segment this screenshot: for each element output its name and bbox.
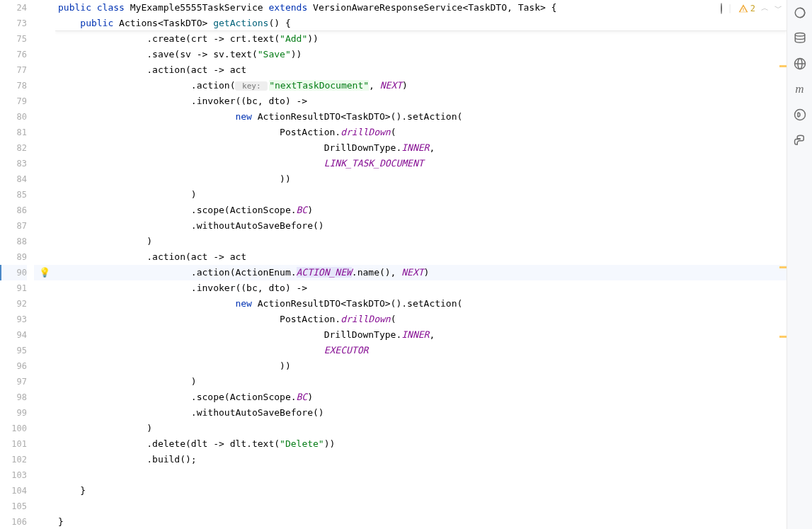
line-number[interactable]: 96 — [0, 358, 27, 374]
code-line: )) — [55, 358, 787, 374]
code-line: .delete(dlt -> dlt.text("Delete")) — [55, 436, 787, 452]
line-number[interactable]: 94 — [0, 327, 27, 343]
no-problems-icon[interactable] — [721, 4, 722, 13]
line-number[interactable]: 91 — [0, 280, 27, 296]
code-line-current: .action(ActionEnum.ACTION_NEW.name(), NE… — [55, 265, 787, 280]
line-number[interactable]: 85 — [0, 187, 27, 203]
sticky-line-num: 24 — [0, 0, 27, 16]
warning-marker[interactable] — [779, 65, 787, 67]
intention-bulb-icon[interactable]: 💡 — [39, 267, 50, 278]
code-line: ) — [55, 421, 787, 436]
code-line: LINK_TASK_DOCUMENT — [55, 156, 787, 171]
line-number[interactable]: 103 — [0, 467, 27, 483]
line-number[interactable]: 102 — [0, 452, 27, 467]
code-lines[interactable]: .create(crt -> crt.text("Add")) .save(sv… — [55, 31, 787, 529]
line-number[interactable]: 88 — [0, 234, 27, 249]
code-line: .withoutAutoSaveBefore() — [55, 405, 787, 421]
line-number[interactable]: 95 — [0, 343, 27, 358]
code-line: .invoker((bc, dto) -> — [55, 93, 787, 109]
line-number[interactable]: 77 — [0, 62, 27, 78]
code-line: new ActionResultDTO<TaskDTO>().setAction… — [55, 109, 787, 125]
code-line: )) — [55, 171, 787, 187]
line-number[interactable]: 101 — [0, 436, 27, 452]
code-line: } — [55, 483, 787, 499]
ai-assistant-icon[interactable] — [793, 6, 807, 20]
code-line: PostAction.drillDown( — [55, 125, 787, 140]
sticky-class-line[interactable]: public class MyExample5555TaskService ex… — [55, 0, 787, 16]
code-line: .save(sv -> sv.text("Save")) — [55, 47, 787, 62]
next-highlight-icon[interactable]: ﹀ — [774, 3, 782, 13]
code-line: .action( key: "nextTaskDocument", NEXT) — [55, 78, 787, 93]
line-number[interactable]: 75 — [0, 31, 27, 47]
line-number[interactable]: 86 — [0, 203, 27, 218]
code-line: .scope(ActionScope.BC) — [55, 389, 787, 405]
warnings-badge[interactable]: 2 — [738, 4, 755, 13]
sticky-method-line[interactable]: public Actions<TaskDTO> getActions() { — [55, 16, 787, 31]
code-line: .create(crt -> crt.text("Add")) — [55, 31, 787, 47]
code-line: ) — [55, 374, 787, 389]
code-line: .action(act -> act — [55, 249, 787, 265]
line-number[interactable]: 105 — [0, 499, 27, 514]
line-number[interactable]: 104 — [0, 483, 27, 499]
line-number-gutter: 24 73 75 76 77 78 79 80 81 82 83 84 85 8… — [0, 0, 34, 529]
line-number[interactable]: 106 — [0, 514, 27, 529]
line-number[interactable]: 79 — [0, 93, 27, 109]
code-line: DrillDownType.INNER, — [55, 327, 787, 343]
line-number[interactable]: 80 — [0, 109, 27, 125]
code-editor[interactable]: public class MyExample5555TaskService ex… — [55, 0, 787, 529]
code-line: EXECUTOR — [55, 343, 787, 358]
code-line — [55, 467, 787, 483]
code-line: .build(); — [55, 452, 787, 467]
code-line: PostAction.drillDown( — [55, 312, 787, 327]
code-line: DrillDownType.INNER, — [55, 140, 787, 156]
code-line — [55, 499, 787, 514]
line-number[interactable]: 89 — [0, 249, 27, 265]
code-line: ) — [55, 187, 787, 203]
docs-icon[interactable] — [793, 108, 807, 122]
code-line: new ActionResultDTO<TaskDTO>().setAction… — [55, 296, 787, 312]
right-toolbar: m — [787, 0, 812, 529]
code-line: .invoker((bc, dto) -> — [55, 280, 787, 296]
line-number[interactable]: 83 — [0, 156, 27, 171]
hint-gutter: 💡 — [34, 0, 55, 529]
line-number[interactable]: 100 — [0, 421, 27, 436]
database-icon[interactable] — [793, 31, 807, 45]
line-number[interactable]: 98 — [0, 389, 27, 405]
prev-highlight-icon[interactable]: ︿ — [761, 3, 769, 13]
line-number[interactable]: 90 — [0, 265, 27, 280]
svg-point-1 — [795, 33, 805, 37]
warning-marker[interactable] — [779, 336, 787, 338]
line-number[interactable]: 78 — [0, 78, 27, 93]
line-number[interactable]: 92 — [0, 296, 27, 312]
code-line: ) — [55, 234, 787, 249]
maven-icon[interactable]: m — [793, 82, 807, 96]
sticky-header[interactable]: public class MyExample5555TaskService ex… — [55, 0, 787, 31]
code-line: .withoutAutoSaveBefore() — [55, 218, 787, 234]
editor-container: 24 73 75 76 77 78 79 80 81 82 83 84 85 8… — [0, 0, 812, 529]
line-number[interactable]: 81 — [0, 125, 27, 140]
code-line: .scope(ActionScope.BC) — [55, 203, 787, 218]
inspection-indicators: | 2 ︿ ﹀ — [721, 3, 782, 13]
line-number[interactable]: 93 — [0, 312, 27, 327]
warning-marker[interactable] — [779, 266, 787, 268]
code-line: .action(act -> act — [55, 62, 787, 78]
line-number[interactable]: 76 — [0, 47, 27, 62]
python-icon[interactable] — [793, 133, 807, 147]
line-number[interactable]: 87 — [0, 218, 27, 234]
line-number[interactable]: 82 — [0, 140, 27, 156]
sticky-line-num: 73 — [0, 16, 27, 31]
line-number[interactable]: 84 — [0, 171, 27, 187]
code-line: } — [55, 514, 787, 529]
line-number[interactable]: 97 — [0, 374, 27, 389]
globe-icon[interactable] — [793, 57, 807, 71]
scrollbar[interactable] — [777, 31, 787, 529]
line-number[interactable]: 99 — [0, 405, 27, 421]
